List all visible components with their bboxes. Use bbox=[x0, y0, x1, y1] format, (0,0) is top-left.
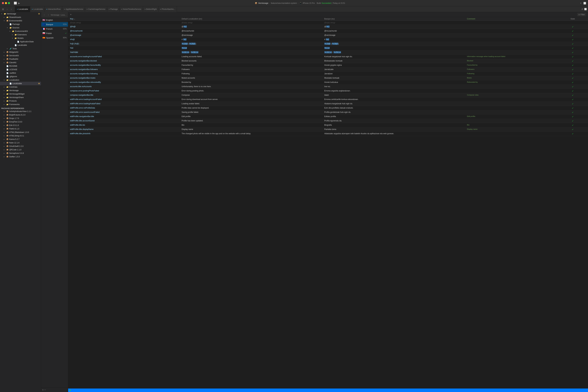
remove-lang-btn[interactable]: − bbox=[44, 388, 46, 391]
pkg-filekit[interactable]: ▸ 📦 FileKit 6.1.0 bbox=[0, 127, 41, 130]
default-cell[interactable]: Display name bbox=[180, 128, 323, 132]
comment-cell[interactable]: Display name bbox=[466, 128, 558, 132]
tree-item-environment-kit[interactable]: ▾ 📦 EnvironmentKit bbox=[0, 19, 41, 22]
default-cell[interactable]: Error during posting photo. bbox=[180, 89, 323, 93]
basque-cell[interactable]: Aldatutako argazkia atzerapen txiki bate… bbox=[323, 132, 466, 136]
pkg-kanna[interactable]: ▸ 📦 Kanna 5.2.7 bbox=[0, 138, 41, 141]
tree-item-extensions[interactable]: ▸ 📁 Extensions bbox=[0, 33, 41, 36]
comment-cell[interactable]: Blocked bbox=[466, 59, 558, 63]
tree-item-app-state[interactable]: 📄 ApplicationState bbox=[0, 40, 41, 44]
default-cell[interactable]: %1$11d / %2$11d bbox=[180, 50, 323, 55]
key-cell[interactable]: editProfile.error.loadingAccountFailed bbox=[68, 98, 180, 102]
tab-interaction-row[interactable]: ≡ InteractionRow bbox=[45, 6, 62, 12]
basque-cell[interactable]: Editatu profila bbox=[323, 114, 466, 119]
tree-item-pixelfed-kit[interactable]: ▸ 📦 PixelfedKit bbox=[0, 57, 41, 61]
key-cell[interactable]: editProfile.error.noProfileData bbox=[68, 106, 180, 110]
key-cell[interactable]: (Empty string) bbox=[68, 21, 180, 25]
maximize-button[interactable] bbox=[8, 2, 10, 4]
default-cell[interactable]: @%2 bbox=[180, 25, 323, 29]
comment-cell[interactable] bbox=[466, 102, 558, 106]
key-cell[interactable]: #%@ bbox=[68, 38, 180, 42]
pkg-html2markdown[interactable]: ▸ 📦 HTML2Markdown 1.0.0 bbox=[0, 130, 41, 134]
comment-cell[interactable] bbox=[466, 29, 558, 33]
basque-cell[interactable]: Kontuak kargatzeak huts egin du. bbox=[323, 55, 466, 59]
tree-item-sources[interactable]: ▾ 📁 Sources bbox=[0, 26, 41, 30]
basque-cell[interactable]: Pantaila izena bbox=[323, 128, 466, 132]
default-cell[interactable]: Unfortunately, there is no one here. bbox=[180, 84, 323, 89]
comment-cell[interactable]: Favourited by bbox=[466, 63, 558, 68]
basque-cell[interactable]: Errorea zerbitzaritik kontua eskuratzean… bbox=[323, 98, 466, 102]
key-cell[interactable]: editProfile.error.loadingAvatarFailed bbox=[68, 102, 180, 106]
tree-item-readme[interactable]: 📄 README bbox=[0, 64, 41, 68]
comment-cell[interactable]: Following bbox=[466, 72, 558, 76]
tree-item-localizable-inner[interactable]: 📄 Localizable bbox=[0, 44, 41, 47]
key-cell[interactable]: accounts.navigationBar.blocked bbox=[68, 59, 180, 63]
comment-cell[interactable]: Information message when loading account… bbox=[466, 55, 558, 59]
basque-cell[interactable]: Biografia bbox=[323, 123, 466, 128]
basque-cell[interactable]: Abatarra kargatzeak huts egin du. bbox=[323, 102, 466, 106]
key-cell[interactable]: %@ (%@) bbox=[68, 42, 180, 46]
basque-cell[interactable]: Honek gogoko egina bbox=[323, 63, 466, 68]
basque-cell[interactable]: Idatzi bbox=[323, 93, 466, 98]
arrows-icon[interactable]: ⇄ bbox=[582, 8, 583, 10]
pkg-swifter[interactable]: ▸ 📦 Swifter 1.5.0 bbox=[0, 155, 41, 158]
default-cell[interactable]: Loading accounts failed. bbox=[180, 55, 323, 59]
tree-item-products[interactable]: ▸ 📁 Products bbox=[0, 99, 41, 103]
tab-package[interactable]: ≡ Package bbox=[107, 6, 120, 12]
tree-item-widgets-kit[interactable]: ▸ 📦 WidgetsKit bbox=[0, 50, 41, 54]
lang-polish[interactable]: 🇵🇱 Polish ✓ bbox=[41, 31, 68, 36]
tree-item-localizable-selected[interactable]: 📄 Localizable M bbox=[0, 82, 41, 85]
key-cell[interactable]: editProfile.title.bio bbox=[68, 123, 180, 128]
tree-item-shared-assets[interactable]: ▸ 📁 SharedAssets bbox=[0, 16, 41, 19]
tab-bottom-right[interactable]: ≡ BottomRight bbox=[143, 6, 158, 12]
basque-cell[interactable]: @%2 bbox=[323, 25, 466, 29]
comment-cell[interactable] bbox=[466, 89, 558, 93]
lang-french[interactable]: 🇫🇷 French 93% bbox=[41, 26, 68, 31]
basque-cell[interactable]: Jarraitzaile bbox=[323, 68, 466, 72]
default-cell[interactable]: The changed photo will be visible in the… bbox=[180, 132, 323, 136]
default-cell[interactable]: Favourited by bbox=[180, 63, 323, 68]
tree-item-tests[interactable]: ▸ 🧪 Tests bbox=[0, 47, 41, 50]
close-button[interactable] bbox=[2, 2, 4, 4]
key-cell[interactable]: editProfile.title.accountSaved bbox=[68, 119, 180, 123]
filter-button[interactable]: ⊙ Filter bbox=[577, 13, 586, 16]
add-entry-btn[interactable]: + bbox=[70, 13, 72, 16]
comment-cell[interactable] bbox=[466, 46, 558, 50]
tab-photo[interactable]: ≡ PhotoAttachm... bbox=[158, 6, 177, 12]
pkg-drops[interactable]: ▸ 📦 Drops 1.7.0 bbox=[0, 116, 41, 120]
tab-cache-image[interactable]: ≡ CacheImageService bbox=[85, 6, 107, 12]
lang-spanish[interactable]: 🇪🇸 Spanish 90% bbox=[41, 36, 68, 40]
default-cell[interactable]: Boosted by bbox=[180, 80, 323, 84]
tab-home-timeline[interactable]: ≡ HomeTimelineService bbox=[120, 6, 143, 12]
add-icon[interactable]: + bbox=[580, 2, 582, 4]
pkg-semaphore[interactable]: ▸ 📦 Semaphore 0.0.8 bbox=[0, 152, 41, 155]
key-cell[interactable]: @mczachurski bbox=[68, 29, 180, 33]
comment-cell[interactable] bbox=[466, 106, 558, 110]
lang-basque[interactable]: 🇪🇺 Basque 93% bbox=[41, 22, 68, 26]
default-cell[interactable]: Followers bbox=[180, 68, 323, 72]
comment-cell[interactable]: Compose view. bbox=[466, 93, 558, 98]
minimize-button[interactable] bbox=[5, 2, 7, 4]
default-cell[interactable]: Muted accounts bbox=[180, 76, 323, 80]
key-cell[interactable]: @vernissage bbox=[68, 33, 180, 38]
key-cell[interactable]: editProfile.error.saveAccountFailed bbox=[68, 110, 180, 114]
default-cell[interactable]: Blocked accounts bbox=[180, 59, 323, 63]
pkg-qrcode[interactable]: ▸ 📦 QRCode 1.1.0 bbox=[0, 148, 41, 152]
tree-item-models[interactable]: ▾ 📁 Models bbox=[0, 36, 41, 40]
comment-cell[interactable] bbox=[466, 50, 558, 55]
comment-cell[interactable] bbox=[466, 110, 558, 114]
key-cell[interactable]: accounts.navigationBar.favouritedBy bbox=[68, 63, 180, 68]
comment-cell[interactable] bbox=[466, 21, 558, 25]
comment-cell[interactable] bbox=[466, 25, 558, 29]
key-cell[interactable]: editProfile.navigationBar.title bbox=[68, 114, 180, 119]
tree-item-vernissage[interactable]: ▾ 📁 Vernissage M bbox=[0, 12, 41, 16]
basque-cell[interactable]: %1$@ (%2$@) bbox=[323, 42, 466, 46]
comment-cell[interactable] bbox=[466, 84, 558, 89]
comment-cell[interactable] bbox=[466, 119, 558, 123]
comment-cell[interactable]: Mutes bbox=[466, 76, 558, 80]
basque-cell[interactable]: Jarraitzen bbox=[323, 72, 466, 76]
lang-english[interactable]: 🇬🇧 English bbox=[41, 18, 68, 22]
tree-item-vernissage-share[interactable]: ▸ 📁 VernissageShare bbox=[0, 96, 41, 99]
default-cell[interactable]: Profile data cannot be displayed. bbox=[180, 106, 323, 110]
pkg-oauthswift[interactable]: ▸ 📦 OAuthSwift 2.2.0 bbox=[0, 144, 41, 148]
